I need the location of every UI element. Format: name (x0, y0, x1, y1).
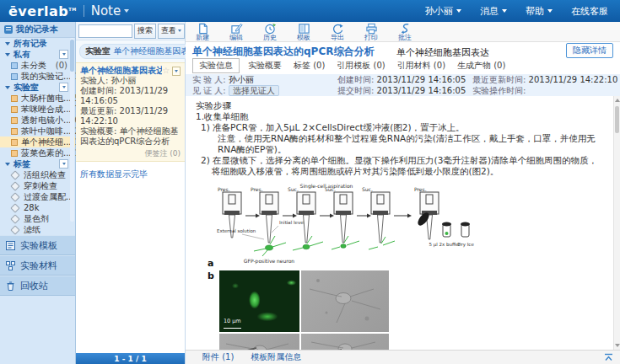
scroll-up-arrow[interactable] (615, 97, 620, 104)
svg-text:Suc.: Suc. (362, 186, 373, 192)
created-time: 2013/11/29 14:16:05 (377, 75, 466, 84)
card-dropdown-button[interactable] (172, 67, 181, 76)
caret-down-icon[interactable] (124, 9, 129, 13)
nav-experiment-materials[interactable]: 实验材料 (0, 255, 75, 276)
messages-menu[interactable]: 消息 (480, 5, 507, 18)
tab-generated-products[interactable]: 生成产物 (0) (457, 60, 505, 72)
printer-icon (365, 23, 378, 35)
notebook-icon (11, 62, 18, 69)
sidebar-item-ecoli[interactable]: 大肠杆菌电... (5) (0, 93, 75, 104)
sidebar-section-laboratory[interactable]: 实验室 (0, 82, 75, 93)
annotate-button[interactable]: 批注 (388, 23, 422, 41)
sidebar-section-all-records[interactable]: 所有记录 (0, 38, 75, 49)
export-button[interactable]: 导出 (321, 23, 354, 41)
edit-button[interactable]: 编辑 (219, 23, 253, 41)
svg-text:Suc.: Suc. (325, 186, 336, 192)
search-input[interactable] (78, 24, 132, 38)
tab-experiment-info[interactable]: 实验信息 (192, 58, 240, 73)
scroll-down-arrow[interactable] (615, 342, 620, 349)
sidebar-tag-28k[interactable]: 28k (0, 202, 75, 213)
section-dropdown-button[interactable] (59, 50, 68, 59)
svg-text:Pres.: Pres. (251, 186, 263, 192)
dic-micrograph-pipette (219, 334, 299, 350)
caret-down-icon (502, 9, 507, 13)
panel-a-label: a (208, 258, 213, 269)
user-menu[interactable]: 孙小丽 (425, 5, 461, 18)
scale-bar: 10 μm (224, 316, 241, 329)
print-button[interactable]: 打印 (354, 23, 388, 41)
nav-experiment-templates[interactable]: 实验模板 (0, 235, 75, 255)
tab-referenced-materials[interactable]: 引用材料 (0) (397, 60, 445, 72)
svg-text:GFP-positive neuron: GFP-positive neuron (244, 258, 294, 265)
notebook-icon (11, 150, 18, 157)
trash-icon (5, 281, 16, 292)
sidebar-item-tem[interactable]: 透射电镜小... (0) (0, 115, 75, 126)
pipette: Suc. (288, 186, 323, 250)
template-button[interactable]: 模板 (287, 23, 321, 41)
detail-header: 单个神经细胞基因表达的qPCR综合分析 单个神经细胞基因表达 隐藏详情 (186, 42, 620, 59)
search-button[interactable]: 搜索 (134, 24, 156, 39)
online-support-link[interactable]: 在线客服 (571, 5, 608, 18)
card-note-count[interactable]: 便签注 (0) (80, 148, 181, 158)
pagination-bar[interactable]: 1 - 1 / 1 (76, 353, 185, 364)
experiment-info-panel: 实 验 人: 孙小丽 创建时间: 2013/11/29 14:16:05 最近更… (186, 74, 620, 96)
sidebar-item-tea-caffeine[interactable]: 茶叶中咖啡... (2) (0, 126, 75, 136)
section-dropdown-button[interactable] (59, 159, 68, 169)
section-dropdown-button[interactable] (59, 83, 68, 92)
sidebar-section-tags[interactable]: 标签 (0, 158, 75, 169)
sidebar-tag-filter-paper[interactable]: 滤纸 (0, 224, 75, 235)
help-menu[interactable]: 帮助 (526, 5, 553, 18)
tag-icon (10, 214, 19, 223)
history-button[interactable]: 历史 (253, 23, 287, 41)
experiment-steps-content[interactable]: 实验步骤 1.收集单细胞 1) 准备PCR管，加入5μL 2×CellsDire… (186, 96, 613, 350)
sidebar-item-single-neuron[interactable]: 单个神经细... (1) (0, 136, 75, 147)
new-button[interactable]: 新建 (186, 23, 219, 41)
sidebar-tag-transition-metal[interactable]: 过渡金属配... (0, 191, 75, 202)
nav-recycle-bin[interactable]: 回收站 (0, 276, 75, 296)
sidebar-tag-puncture[interactable]: 穿刺检查 (0, 180, 75, 191)
sidebar-section-private[interactable]: 私有 (0, 49, 75, 60)
experiment-card[interactable]: 单个神经细胞基因表达... 实验人: 孙小丽 创建时间: 2013/11/29 … (76, 62, 185, 162)
tab-referenced-templates[interactable]: 引用模板 (0) (337, 60, 385, 72)
materials-icon (5, 260, 16, 271)
scrollbar-thumb[interactable] (70, 40, 74, 72)
dic-micrograph-pipette (301, 334, 389, 350)
scrollbar-thumb[interactable] (615, 106, 619, 133)
collapse-panel-icon[interactable] (604, 353, 613, 361)
star-icon[interactable] (162, 66, 170, 76)
svg-text:Initial level: Initial level (279, 220, 305, 225)
steps-heading: 实验步骤 (196, 100, 603, 111)
dry-ice-tube (461, 222, 470, 238)
hide-details-button[interactable]: 隐藏详情 (566, 43, 613, 58)
template-info-button[interactable]: 模板附属信息 (251, 351, 301, 363)
content-scrollbar[interactable] (613, 96, 620, 350)
sidebar-item-imidazole[interactable]: 苯咪唑合成... (7) (0, 104, 75, 115)
caret-down-icon (62, 86, 66, 88)
select-witness-button[interactable]: 选择见证人 (229, 85, 279, 96)
top-bar: ēverlabTM Note 孙小丽 消息 帮助 在线客服 (0, 0, 620, 22)
svg-text:Pres.: Pres. (218, 186, 230, 192)
sidebar-scrollbar[interactable] (70, 38, 74, 222)
attachments-button[interactable]: 附件 (1) (202, 351, 234, 363)
logo-divider (84, 5, 84, 17)
end-of-list-message: 所有数据显示完毕 (80, 169, 181, 180)
caret-down-icon (5, 86, 10, 89)
sidebar-tag-chromogen[interactable]: 显色剂 (0, 213, 75, 224)
tab-experiment-summary[interactable]: 实验概要 (248, 60, 282, 72)
sidebar-item-uncategorized[interactable]: 未分类 (0) (0, 60, 75, 71)
detail-bottom-bar: 附件 (1) 模板附属信息 (186, 350, 620, 364)
annotate-icon (399, 23, 412, 35)
submitted-time: 2013/11/29 14:16:05 (377, 86, 466, 95)
sidebar-tag-biopsy[interactable]: 活组织检查 (0, 169, 75, 180)
step-item: 1) 准备PCR管，加入5μL 2×CellsDirect缓冲液(图2)，置于冰… (201, 122, 603, 133)
sidebar-item-spinach-pigment[interactable]: 菠菜色素的... (1) (0, 147, 75, 158)
tab-tags[interactable]: 标签 (0) (294, 60, 325, 72)
view-dropdown-button[interactable]: 查看 (158, 24, 185, 39)
notebook-icon (11, 106, 18, 113)
sidebar-item-my-experiments[interactable]: 我的实验记... (1) (0, 71, 75, 82)
caret-down-icon (5, 42, 10, 46)
tag-icon (10, 192, 19, 201)
card-title[interactable]: 单个神经细胞基因表达... (80, 66, 162, 76)
buffer-tube (442, 222, 451, 238)
sidebar: 我的记录本 所有记录 私有 未分类 (0) 我的实验记... (1) 实验室 大… (0, 22, 76, 364)
